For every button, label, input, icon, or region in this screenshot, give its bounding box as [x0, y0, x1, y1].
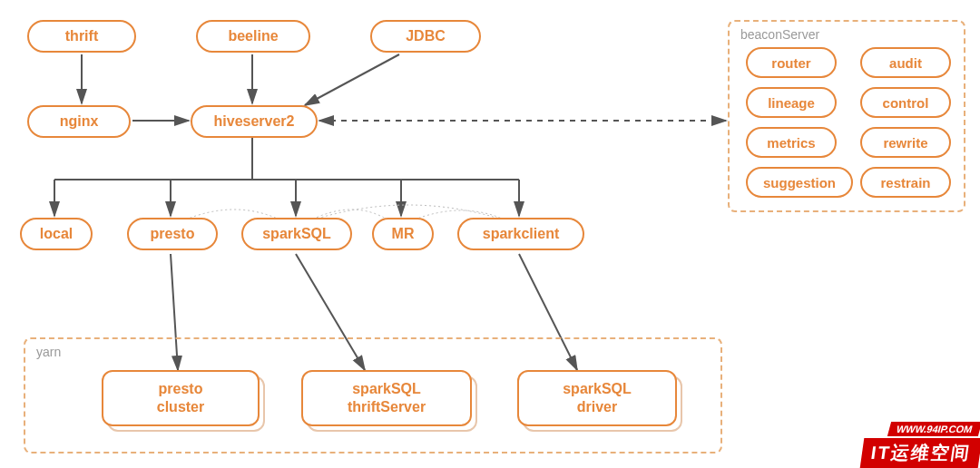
node-mr: MR — [372, 218, 434, 250]
node-sparkclient: sparkclient — [457, 218, 584, 250]
node-beeline: beeline — [196, 20, 310, 53]
watermark-url: WWW.94IP.COM — [887, 422, 980, 436]
node-hiveserver2: hiveserver2 — [191, 105, 318, 138]
watermark: WWW.94IP.COM IT运维空间 — [862, 420, 980, 468]
group-beacon-label: beaconServer — [740, 27, 819, 42]
node-lineage: lineage — [746, 87, 837, 118]
node-local: local — [20, 218, 93, 250]
stack-sparksql-driver: sparkSQL driver — [517, 370, 677, 426]
node-jdbc: JDBC — [370, 20, 481, 53]
group-yarn-label: yarn — [36, 345, 61, 359]
node-sparksql: sparkSQL — [241, 218, 352, 250]
node-restrain: restrain — [860, 167, 951, 198]
node-router: router — [746, 47, 837, 78]
stack-sparksql-thrift: sparkSQL thriftServer — [301, 370, 472, 426]
node-presto: presto — [127, 218, 218, 250]
stack-presto-cluster: presto cluster — [102, 370, 260, 426]
node-rewrite: rewrite — [860, 127, 951, 158]
node-control: control — [860, 87, 951, 118]
watermark-text: IT运维空间 — [860, 438, 980, 468]
svg-line-2 — [305, 54, 399, 105]
node-suggestion: suggestion — [746, 167, 853, 198]
card-sparksql-thrift: sparkSQL thriftServer — [301, 370, 472, 426]
node-audit: audit — [860, 47, 951, 78]
card-sparksql-driver: sparkSQL driver — [517, 370, 677, 426]
node-nginx: nginx — [27, 105, 131, 138]
node-metrics: metrics — [746, 127, 837, 158]
card-presto-cluster: presto cluster — [102, 370, 260, 426]
node-thrift: thrift — [27, 20, 136, 53]
